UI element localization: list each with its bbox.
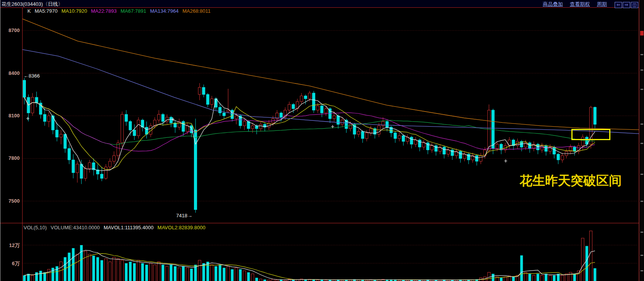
price-tick-8400: 8400 [0, 70, 20, 76]
vol-readout-1: VOL(5,10) [24, 225, 47, 230]
vol-readout-2: VOLUME:43410.0000 [51, 225, 100, 230]
kline-indicator-header: KMA5:7970MA10:7920MA22:7893MA67:7891MA13… [27, 8, 214, 14]
ma-readout-4: MA22:7893 [91, 8, 117, 14]
vol-readout-3: MAVOL1:111395.4000 [104, 225, 153, 230]
ma-readout-3: MA10:7920 [61, 8, 87, 14]
volume-tick-6万: 6万 [0, 260, 20, 267]
ma-readout-6: MA134:7964 [150, 8, 178, 14]
ma-readout-1: K [27, 8, 31, 14]
sidebar-tick-5 [641, 143, 643, 144]
breakout-range-box [571, 129, 610, 140]
sidebar-tick-4 [641, 124, 643, 125]
price-tick-8100: 8100 [0, 113, 20, 118]
kline-volume-chart[interactable] [0, 0, 644, 281]
breakout-annotation-text: 花生昨天突破区间 [520, 172, 622, 190]
sidebar-tick-3 [641, 89, 643, 90]
low-price-label: 7418→ [176, 213, 192, 218]
price-tick-8700: 8700 [0, 27, 20, 33]
ma-readout-7: MA268:8011 [182, 8, 211, 14]
ma-readout-2: MA5:7970 [35, 8, 58, 14]
sidebar-tick-10 [641, 270, 643, 271]
volume-indicator-header: VOL(5,10)VOLUME:43410.0000MAVOL1:111395.… [24, 225, 209, 230]
sidebar-tick-2 [641, 69, 643, 71]
sidebar-tick-6 [641, 174, 643, 175]
app-window: 花生2603(034403)〈日线〉 商品叠加查看期权周期⇦⇨◫ KMA5:79… [0, 0, 644, 281]
high-price-label: ←8366 [24, 73, 40, 79]
ma-readout-5: MA67:7891 [121, 8, 146, 14]
sidebar-tick-8 [641, 232, 643, 233]
right-sidebar[interactable] [639, 0, 644, 281]
volume-tick-12万: 12万 [0, 242, 20, 249]
sidebar-tick-7 [641, 201, 643, 202]
sidebar-tick-1 [641, 54, 643, 55]
price-tick-7500: 7500 [0, 198, 20, 204]
price-tick-7800: 7800 [0, 155, 20, 161]
sidebar-tick-9 [641, 255, 643, 256]
sidebar-marker [640, 31, 644, 36]
vol-readout-4: MAVOL2:82839.8000 [158, 225, 206, 230]
